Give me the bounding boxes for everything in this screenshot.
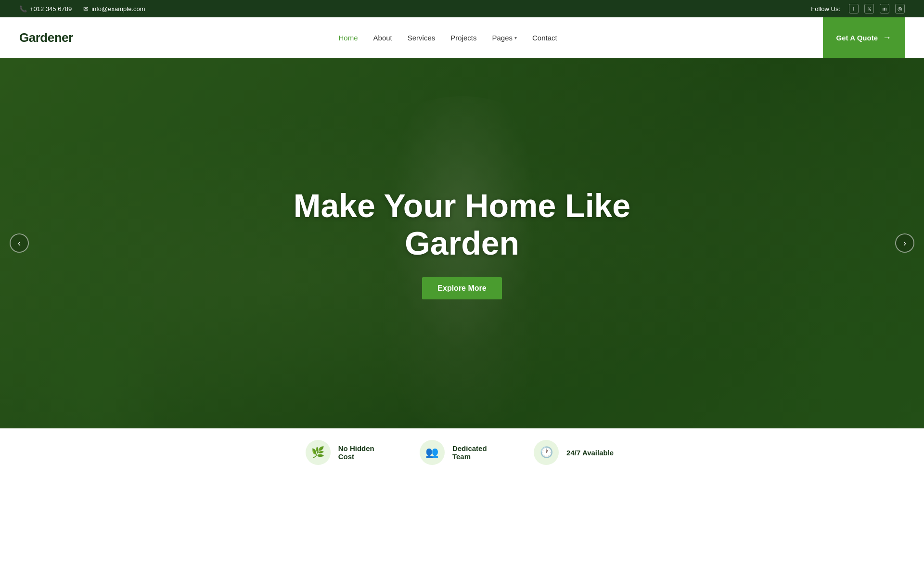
nav-projects[interactable]: Projects — [450, 34, 476, 42]
hero-content: Make Your Home Like Garden Explore More — [0, 58, 924, 428]
feature-no-hidden-cost: 🌿 No Hidden Cost — [291, 428, 405, 477]
chevron-down-icon: ▾ — [514, 35, 517, 40]
top-bar-contact: 📞 +012 345 6789 ✉ info@example.com — [19, 5, 145, 13]
phone-item: 📞 +012 345 6789 — [19, 5, 72, 13]
main-nav: Home About Services Projects Pages ▾ Con… — [339, 34, 557, 42]
email-address: info@example.com — [91, 5, 145, 13]
slider-prev-button[interactable]: ‹ — [10, 233, 29, 253]
nav-pages[interactable]: Pages ▾ — [492, 34, 517, 42]
phone-number: +012 345 6789 — [30, 5, 72, 13]
top-bar: 📞 +012 345 6789 ✉ info@example.com Follo… — [0, 0, 924, 17]
hero-title: Make Your Home Like Garden — [294, 187, 630, 262]
feature-dedicated-team: 👥 Dedicated Team — [405, 428, 519, 477]
feature-title-1: No Hidden Cost — [338, 444, 390, 461]
dedicated-team-icon: 👥 — [420, 440, 445, 465]
follow-label: Follow Us: — [811, 5, 840, 13]
feature-title-3: 24/7 Available — [566, 449, 614, 457]
hero-section: ‹ Make Your Home Like Garden Explore Mor… — [0, 58, 924, 428]
phone-icon: 📞 — [19, 5, 27, 13]
email-icon: ✉ — [83, 5, 89, 13]
feature-title-2: Dedicated Team — [452, 444, 504, 461]
explore-more-button[interactable]: Explore More — [422, 277, 501, 299]
nav-about[interactable]: About — [373, 34, 392, 42]
slider-next-button[interactable]: › — [895, 233, 914, 253]
header: Gardener Home About Services Projects Pa… — [0, 17, 924, 58]
feature-bar-wrapper: 🌿 No Hidden Cost 👥 Dedicated Team 🕐 24/7… — [0, 428, 924, 477]
facebook-icon[interactable]: f — [849, 4, 859, 13]
email-item: ✉ info@example.com — [83, 5, 145, 13]
logo[interactable]: Gardener — [19, 30, 73, 45]
nav-contact[interactable]: Contact — [532, 34, 557, 42]
available-icon: 🕐 — [534, 440, 559, 465]
social-links: Follow Us: f 𝕏 in ◎ — [811, 4, 905, 13]
nav-home[interactable]: Home — [339, 34, 358, 42]
nav-services[interactable]: Services — [408, 34, 436, 42]
instagram-icon[interactable]: ◎ — [895, 4, 905, 13]
get-quote-button[interactable]: Get A Quote → — [823, 17, 905, 58]
linkedin-icon[interactable]: in — [880, 4, 889, 13]
feature-247-available: 🕐 24/7 Available — [519, 428, 633, 477]
arrow-right-icon: → — [883, 33, 891, 43]
feature-bar: 🌿 No Hidden Cost 👥 Dedicated Team 🕐 24/7… — [291, 428, 633, 477]
twitter-icon[interactable]: 𝕏 — [864, 4, 874, 13]
no-hidden-cost-icon: 🌿 — [306, 440, 331, 465]
